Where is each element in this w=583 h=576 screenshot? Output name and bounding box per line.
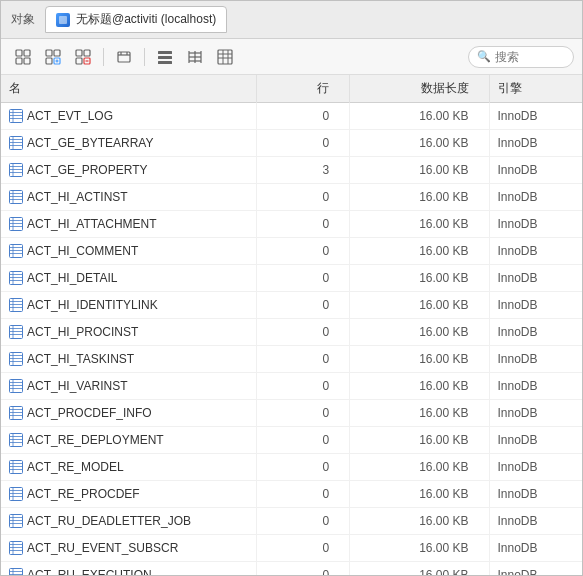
table-row[interactable]: ACT_HI_ATTACHMENT016.00 KBInnoDB — [1, 211, 582, 238]
toolbar-btn-5[interactable] — [151, 44, 179, 70]
toolbar-btn-6[interactable] — [181, 44, 209, 70]
table-row[interactable]: ACT_RU_DEADLETTER_JOB016.00 KBInnoDB — [1, 508, 582, 535]
table-row[interactable]: ACT_HI_VARINST016.00 KBInnoDB — [1, 373, 582, 400]
cell-size: 16.00 KB — [350, 508, 489, 535]
svg-rect-43 — [10, 163, 23, 176]
table-row[interactable]: ACT_RE_MODEL016.00 KBInnoDB — [1, 454, 582, 481]
table-row-icon — [9, 136, 23, 150]
cell-name: ACT_RE_DEPLOYMENT — [1, 427, 257, 454]
cell-name: ACT_RU_DEADLETTER_JOB — [1, 508, 257, 535]
table-row[interactable]: ACT_HI_COMMENT016.00 KBInnoDB — [1, 238, 582, 265]
svg-rect-20 — [158, 56, 172, 59]
cell-rows: 3 — [257, 157, 350, 184]
svg-rect-108 — [10, 514, 23, 527]
table-row-icon — [9, 190, 23, 204]
toolbar-btn-4[interactable] — [110, 44, 138, 70]
cell-size: 16.00 KB — [350, 265, 489, 292]
table-row-icon — [9, 514, 23, 528]
svg-rect-113 — [10, 541, 23, 554]
separator-1 — [103, 48, 104, 66]
cell-rows: 0 — [257, 238, 350, 265]
section-label-area: 对象 — [11, 11, 35, 28]
col-header-name[interactable]: 名 — [1, 75, 257, 103]
table-body: ACT_EVT_LOG016.00 KBInnoDB ACT_GE_BYTEAR… — [1, 103, 582, 576]
svg-rect-83 — [10, 379, 23, 392]
cell-size: 16.00 KB — [350, 292, 489, 319]
table-row-icon — [9, 487, 23, 501]
search-box[interactable]: 🔍 — [468, 46, 574, 68]
table-row-icon — [9, 109, 23, 123]
table-row[interactable]: ACT_EVT_LOG016.00 KBInnoDB — [1, 103, 582, 130]
svg-rect-58 — [10, 244, 23, 257]
cell-rows: 0 — [257, 454, 350, 481]
table-row[interactable]: ACT_GE_BYTEARRAY016.00 KBInnoDB — [1, 130, 582, 157]
svg-rect-15 — [118, 52, 130, 62]
cell-size: 16.00 KB — [350, 481, 489, 508]
cell-size: 16.00 KB — [350, 373, 489, 400]
table-row[interactable]: ACT_RE_PROCDEF016.00 KBInnoDB — [1, 481, 582, 508]
svg-rect-73 — [10, 325, 23, 338]
cell-name: ACT_EVT_LOG — [1, 103, 257, 130]
table-row[interactable]: ACT_PROCDEF_INFO016.00 KBInnoDB — [1, 400, 582, 427]
toolbar-btn-7[interactable] — [211, 44, 239, 70]
toolbar: 🔍 — [1, 39, 582, 75]
cell-name: ACT_HI_TASKINST — [1, 346, 257, 373]
cell-engine: InnoDB — [489, 454, 582, 481]
cell-engine: InnoDB — [489, 265, 582, 292]
svg-rect-53 — [10, 217, 23, 230]
table-header-row: 名 行 数据长度 引擎 — [1, 75, 582, 103]
cell-size: 16.00 KB — [350, 184, 489, 211]
table-row-icon — [9, 379, 23, 393]
svg-rect-0 — [16, 50, 22, 56]
svg-rect-78 — [10, 352, 23, 365]
table-row[interactable]: ACT_RE_DEPLOYMENT016.00 KBInnoDB — [1, 427, 582, 454]
table-row[interactable]: ACT_HI_TASKINST016.00 KBInnoDB — [1, 346, 582, 373]
svg-rect-21 — [158, 61, 172, 64]
cell-size: 16.00 KB — [350, 211, 489, 238]
cell-rows: 0 — [257, 265, 350, 292]
svg-rect-88 — [10, 406, 23, 419]
cell-size: 16.00 KB — [350, 535, 489, 562]
cell-rows: 0 — [257, 211, 350, 238]
cell-engine: InnoDB — [489, 535, 582, 562]
col-header-size[interactable]: 数据长度 — [350, 75, 489, 103]
svg-rect-1 — [24, 50, 30, 56]
cell-size: 16.00 KB — [350, 319, 489, 346]
tab[interactable]: 无标题@activiti (localhost) — [45, 6, 227, 33]
cell-rows: 0 — [257, 373, 350, 400]
table-row[interactable]: ACT_HI_DETAIL016.00 KBInnoDB — [1, 265, 582, 292]
table-row[interactable]: ACT_HI_ACTINST016.00 KBInnoDB — [1, 184, 582, 211]
cell-engine: InnoDB — [489, 562, 582, 576]
toolbar-btn-3[interactable] — [69, 44, 97, 70]
cell-name: ACT_RE_PROCDEF — [1, 481, 257, 508]
svg-rect-93 — [10, 433, 23, 446]
table-row[interactable]: ACT_RU_EVENT_SUBSCR016.00 KBInnoDB — [1, 535, 582, 562]
table-row-icon — [9, 406, 23, 420]
cell-engine: InnoDB — [489, 184, 582, 211]
separator-2 — [144, 48, 145, 66]
col-header-rows[interactable]: 行 — [257, 75, 350, 103]
table-row[interactable]: ACT_GE_PROPERTY316.00 KBInnoDB — [1, 157, 582, 184]
table-row[interactable]: ACT_RU_EXECUTION016.00 KBInnoDB — [1, 562, 582, 576]
table-row[interactable]: ACT_HI_IDENTITYLINK016.00 KBInnoDB — [1, 292, 582, 319]
table-row-icon — [9, 460, 23, 474]
cell-rows: 0 — [257, 427, 350, 454]
search-input[interactable] — [495, 50, 565, 64]
col-header-engine[interactable]: 引擎 — [489, 75, 582, 103]
cell-name: ACT_HI_VARINST — [1, 373, 257, 400]
svg-rect-48 — [10, 190, 23, 203]
table-row[interactable]: ACT_HI_PROCINST016.00 KBInnoDB — [1, 319, 582, 346]
cell-size: 16.00 KB — [350, 130, 489, 157]
svg-rect-103 — [10, 487, 23, 500]
cell-engine: InnoDB — [489, 319, 582, 346]
cell-rows: 0 — [257, 319, 350, 346]
cell-engine: InnoDB — [489, 400, 582, 427]
cell-size: 16.00 KB — [350, 157, 489, 184]
cell-name: ACT_HI_COMMENT — [1, 238, 257, 265]
cell-engine: InnoDB — [489, 157, 582, 184]
svg-rect-33 — [10, 109, 23, 122]
toolbar-btn-2[interactable] — [39, 44, 67, 70]
svg-rect-6 — [46, 58, 52, 64]
toolbar-btn-1[interactable] — [9, 44, 37, 70]
svg-rect-63 — [10, 271, 23, 284]
